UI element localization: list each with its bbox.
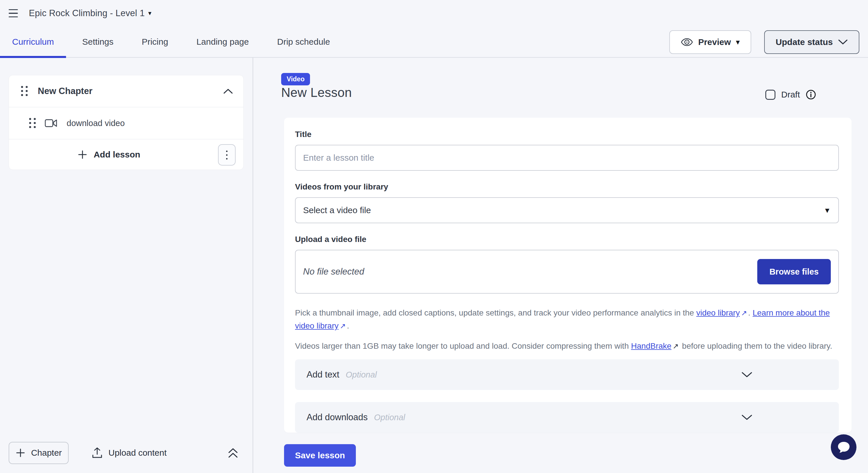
tab-drip-schedule[interactable]: Drip schedule [265,26,342,57]
preview-caret-icon: ▾ [736,38,740,46]
hamburger-menu-icon[interactable] [9,7,21,20]
video-library-help-text: Pick a thumbnail image, add closed capti… [295,306,837,333]
external-link-icon: ↗ [671,340,680,352]
lesson-title-input[interactable] [295,145,839,171]
tab-settings[interactable]: Settings [70,26,125,57]
update-status-label: Update status [776,37,833,47]
tab-curriculum[interactable]: Curriculum [0,26,66,57]
lesson-title: download video [67,119,125,128]
lesson-type-badge: Video [281,73,310,85]
handbrake-link[interactable]: HandBrake [631,342,671,350]
add-chapter-label: Chapter [31,448,62,458]
chevron-down-icon [838,39,848,45]
video-library-select-value: Select a video file [303,206,371,215]
update-status-button[interactable]: Update status [764,30,859,54]
add-text-accordion[interactable]: Add text Optional [295,359,839,390]
lesson-form-card: Title Videos from your library Select a … [284,118,851,433]
help-text-part: . [347,321,349,330]
optional-label: Optional [346,370,377,380]
upload-content-button[interactable]: Upload content [92,447,167,459]
chapter-header[interactable]: New Chapter [9,75,243,107]
header-actions: Preview ▾ Update status [669,30,859,54]
draft-label: Draft [781,90,800,99]
help-text-part: Pick a thumbnail image, add closed capti… [295,308,696,317]
collapse-all-icon[interactable] [227,447,239,459]
page-title: New Lesson [281,85,352,100]
course-title-caret-icon[interactable]: ▾ [148,9,151,17]
video-library-select[interactable]: Select a video file ▼ [295,197,839,223]
video-library-link[interactable]: video library [696,308,740,317]
browse-files-button[interactable]: Browse files [757,259,831,284]
curriculum-sidebar: New Chapter download video Add lesson [0,58,253,473]
external-link-icon: ↗ [339,320,347,332]
help-text-part: before uploading them to the video libra… [680,342,832,350]
upload-content-label: Upload content [108,448,167,458]
library-field-label: Videos from your library [295,182,839,191]
upload-icon [92,447,103,459]
top-bar: Epic Rock Climbing - Level 1 ▾ [0,0,868,27]
sidebar-bottom-bar: Chapter Upload content [0,433,253,473]
file-upload-box[interactable]: No file selected Browse files [295,250,839,294]
video-camera-icon [45,119,57,127]
chapter-footer: Add lesson [9,139,243,169]
add-lesson-button[interactable]: Add lesson [9,139,209,169]
course-title[interactable]: Epic Rock Climbing - Level 1 [29,8,145,19]
drag-handle-icon[interactable] [29,118,36,128]
help-text-part: . [748,308,753,317]
add-lesson-label: Add lesson [94,150,141,159]
chevron-down-icon [741,414,752,420]
upload-field-label: Upload a video file [295,235,839,244]
chat-launcher-button[interactable] [831,434,857,460]
drag-handle-icon[interactable] [21,86,28,96]
chapter-card: New Chapter download video Add lesson [9,75,244,170]
save-lesson-button[interactable]: Save lesson [284,444,356,467]
chevron-down-icon [741,372,752,378]
lesson-editor: Video New Lesson Draft Title Videos from… [254,58,868,473]
no-file-text: No file selected [303,266,364,277]
add-downloads-label: Add downloads [307,412,368,422]
compression-help-text: Videos larger than 1GB may take longer t… [295,340,837,352]
external-link-icon: ↗ [740,307,748,319]
eye-icon [681,38,693,46]
optional-label: Optional [374,413,405,422]
plus-icon [16,448,25,458]
plus-icon [78,150,87,159]
chat-bubble-icon [837,441,851,454]
draft-toggle-group: Draft [765,89,816,100]
tab-pricing[interactable]: Pricing [129,26,180,57]
draft-checkbox[interactable] [765,90,775,100]
preview-label: Preview [698,37,731,47]
lesson-row[interactable]: download video [9,107,243,139]
help-text-part: Videos larger than 1GB may take longer t… [295,342,631,350]
chapter-menu-kebab-button[interactable] [218,144,236,165]
tab-landing-page[interactable]: Landing page [184,26,261,57]
add-downloads-accordion[interactable]: Add downloads Optional [295,402,839,433]
add-chapter-button[interactable]: Chapter [9,442,69,464]
add-text-label: Add text [307,370,339,380]
info-icon[interactable] [806,89,816,100]
title-field-label: Title [295,130,839,139]
select-caret-icon: ▼ [824,206,831,215]
preview-button[interactable]: Preview ▾ [669,30,751,54]
chevron-up-icon[interactable] [223,88,233,94]
chapter-title: New Chapter [38,86,223,96]
